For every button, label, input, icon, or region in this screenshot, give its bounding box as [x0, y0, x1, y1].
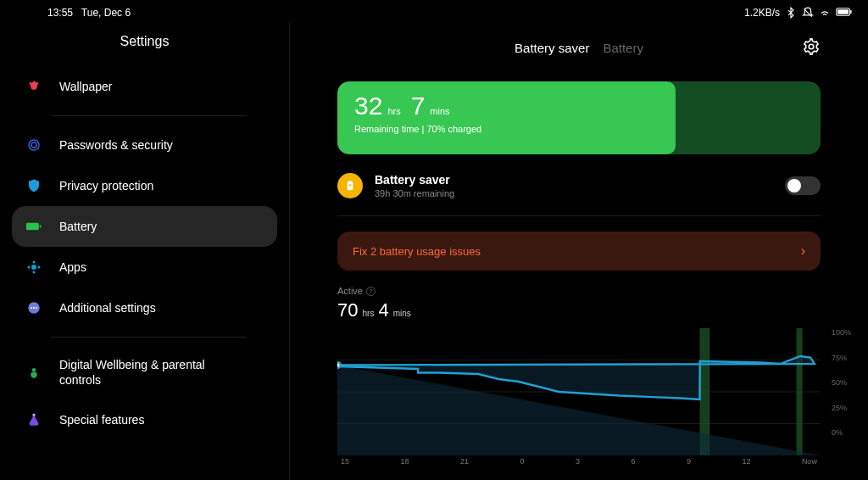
wifi-icon	[819, 7, 831, 19]
battery-status-icon	[836, 7, 853, 19]
svg-point-9	[33, 271, 36, 274]
svg-point-11	[38, 266, 41, 269]
sidebar-item-label: Special features	[59, 413, 144, 427]
sidebar-item-special[interactable]: Special features	[12, 399, 277, 440]
apps-icon	[25, 259, 42, 276]
chart-x-axis: 151821036912Now	[337, 457, 821, 466]
svg-rect-5	[26, 223, 39, 230]
sidebar-item-additional[interactable]: Additional settings	[12, 287, 277, 328]
dnd-icon	[802, 7, 814, 19]
svg-rect-1	[837, 9, 849, 14]
sidebar-separator	[51, 337, 247, 338]
svg-point-16	[32, 368, 36, 372]
sidebar-item-privacy[interactable]: Privacy protection	[12, 165, 277, 206]
bluetooth-icon	[785, 7, 797, 19]
svg-point-7	[31, 265, 36, 270]
sidebar-item-wellbeing[interactable]: Digital Wellbeing & parental controls	[12, 346, 277, 399]
sidebar-item-wallpaper[interactable]: Wallpaper	[12, 66, 277, 107]
sidebar-item-passwords[interactable]: Passwords & security	[12, 125, 277, 165]
sidebar-item-label: Passwords & security	[59, 138, 173, 152]
active-time: 70 hrs 4 mins	[337, 299, 821, 321]
svg-marker-26	[337, 356, 821, 455]
help-icon[interactable]: ?	[366, 287, 376, 296]
svg-point-10	[28, 266, 31, 269]
svg-rect-2	[850, 10, 851, 14]
battery-saver-toggle[interactable]	[785, 176, 821, 195]
battery-saver-icon	[337, 173, 363, 198]
battery-issues-text: Fix 2 battery usage issues	[353, 245, 481, 258]
svg-point-17	[33, 414, 36, 416]
sidebar-item-label: Wallpaper	[59, 80, 113, 93]
svg-point-3	[29, 140, 39, 150]
svg-point-27	[337, 362, 341, 368]
battery-icon	[25, 218, 42, 235]
battery-issues-banner[interactable]: Fix 2 battery usage issues ›	[337, 232, 821, 271]
sidebar-item-label: Additional settings	[59, 301, 156, 315]
fingerprint-icon	[25, 137, 42, 153]
svg-point-18	[809, 44, 814, 49]
battery-remaining-time: 32 hrs 7 mins	[354, 92, 481, 120]
active-label: Active ?	[337, 286, 821, 296]
flask-icon	[25, 411, 42, 428]
svg-point-4	[31, 142, 36, 148]
status-date: Tue, Dec 6	[81, 7, 131, 19]
sidebar-item-label: Battery	[59, 220, 97, 233]
tab-battery-saver[interactable]: Battery saver	[515, 41, 589, 55]
battery-history-chart[interactable]: 100%75%50%25%0%	[337, 328, 821, 455]
more-icon	[25, 299, 42, 316]
svg-point-14	[33, 307, 35, 309]
battery-saver-title: Battery saver	[375, 173, 454, 187]
svg-rect-20	[349, 181, 352, 182]
sidebar-item-label: Digital Wellbeing & parental controls	[59, 358, 220, 388]
svg-point-15	[36, 307, 37, 309]
sidebar-item-label: Privacy protection	[59, 179, 153, 193]
status-time: 13:55	[47, 7, 73, 19]
sidebar-item-battery[interactable]: Battery	[12, 206, 277, 247]
svg-rect-6	[40, 225, 42, 227]
tab-battery[interactable]: Battery	[603, 41, 643, 55]
status-netspeed: 1.2KB/s	[744, 7, 780, 19]
content-separator	[337, 215, 821, 216]
sidebar-separator	[51, 115, 247, 116]
sidebar-item-label: Apps	[59, 260, 86, 274]
wellbeing-icon	[25, 365, 42, 382]
battery-saver-subtitle: 39h 30m remaining	[375, 188, 454, 198]
sidebar-item-apps[interactable]: Apps	[12, 247, 277, 287]
battery-remaining-card[interactable]: 32 hrs 7 mins Remaining time | 70% charg…	[337, 81, 821, 154]
sidebar-title: Settings	[12, 22, 277, 66]
wallpaper-icon	[25, 78, 42, 95]
shield-icon	[25, 177, 42, 194]
svg-point-13	[31, 307, 32, 309]
settings-gear-button[interactable]	[802, 37, 821, 56]
svg-rect-25	[797, 328, 803, 455]
battery-remaining-subtitle: Remaining time | 70% charged	[354, 124, 481, 134]
chevron-right-icon: ›	[801, 243, 805, 259]
svg-point-8	[33, 261, 36, 264]
